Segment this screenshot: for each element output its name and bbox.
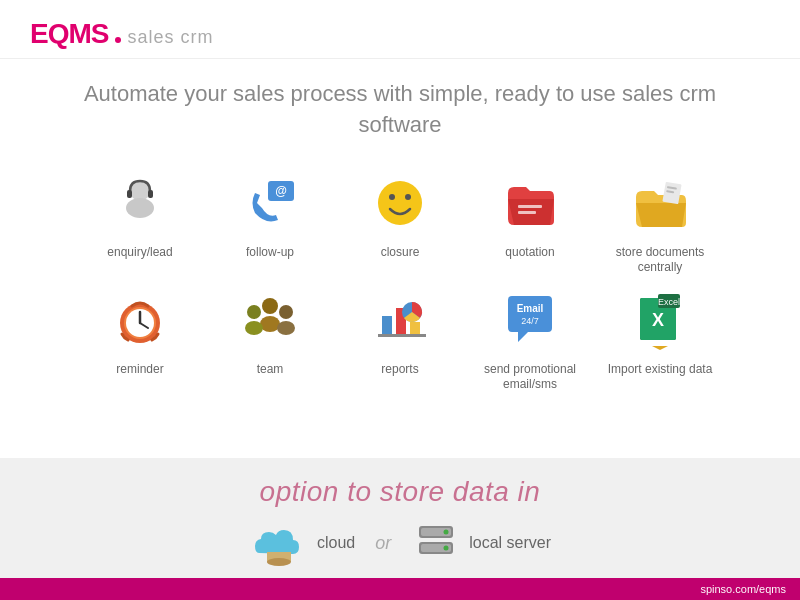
- svg-text:Excel: Excel: [658, 297, 680, 307]
- footer-storage: cloud or local server: [249, 518, 551, 568]
- svg-point-8: [405, 194, 411, 200]
- svg-point-42: [444, 530, 449, 535]
- icon-item-followup: @ follow-up: [210, 169, 330, 276]
- cloud-label: cloud: [317, 534, 355, 552]
- send-email-label: send promotional email/sms: [470, 362, 590, 393]
- server-label: local server: [469, 534, 551, 552]
- icon-row-2: reminder: [30, 286, 770, 393]
- svg-rect-25: [378, 334, 426, 337]
- team-label: team: [257, 362, 284, 378]
- url-bar: spinso.com/eqms: [0, 578, 800, 600]
- svg-rect-9: [518, 205, 542, 208]
- quotation-label: quotation: [505, 245, 554, 261]
- main-content: Automate your sales process with simple,…: [0, 59, 800, 458]
- logo: EQMS sales crm: [30, 18, 770, 50]
- tagline: Automate your sales process with simple,…: [80, 79, 720, 141]
- svg-text:X: X: [652, 310, 664, 330]
- store-documents-icon: [626, 169, 694, 237]
- storage-or: or: [375, 533, 391, 554]
- followup-icon: @: [236, 169, 304, 237]
- svg-point-24: [277, 321, 295, 335]
- svg-text:@: @: [275, 184, 287, 198]
- header: EQMS sales crm: [0, 0, 800, 59]
- svg-point-7: [389, 194, 395, 200]
- svg-point-23: [279, 305, 293, 319]
- footer-url: spinso.com/eqms: [700, 583, 786, 595]
- svg-point-20: [260, 316, 280, 332]
- reports-label: reports: [381, 362, 418, 378]
- followup-label: follow-up: [246, 245, 294, 261]
- svg-rect-3: [148, 190, 153, 198]
- store-documents-label: store documents centrally: [600, 245, 720, 276]
- svg-rect-10: [518, 211, 536, 214]
- icon-item-quotation: quotation: [470, 169, 590, 276]
- svg-rect-28: [410, 322, 420, 334]
- server-option: local server: [411, 518, 551, 568]
- icon-item-closure: closure: [340, 169, 460, 276]
- import-data-icon: X Excel: [626, 286, 694, 354]
- svg-point-6: [378, 181, 422, 225]
- reports-icon: [366, 286, 434, 354]
- svg-point-45: [444, 546, 449, 551]
- footer-tagline: option to store data in: [260, 476, 541, 508]
- logo-brand: EQMS: [30, 18, 108, 50]
- quotation-icon: [496, 169, 564, 237]
- svg-rect-2: [127, 190, 132, 198]
- reminder-label: reminder: [116, 362, 163, 378]
- icon-item-enquiry: enquiry/lead: [80, 169, 200, 276]
- page: EQMS sales crm Automate your sales proce…: [0, 0, 800, 600]
- svg-rect-26: [382, 316, 392, 334]
- import-data-label: Import existing data: [608, 362, 713, 378]
- svg-point-21: [247, 305, 261, 319]
- cloud-option: cloud: [249, 518, 355, 568]
- icon-item-store-documents: store documents centrally: [600, 169, 720, 276]
- icon-item-reports: reports: [340, 286, 460, 393]
- send-email-icon: Email 24/7: [496, 286, 564, 354]
- icon-row-1: enquiry/lead @ follow-up: [30, 169, 770, 276]
- closure-label: closure: [381, 245, 420, 261]
- icon-item-team: team: [210, 286, 330, 393]
- svg-point-19: [262, 298, 278, 314]
- icon-item-import-data: X Excel Import existing data: [600, 286, 720, 393]
- icon-item-reminder: reminder: [80, 286, 200, 393]
- logo-subtitle: sales crm: [127, 27, 213, 48]
- closure-icon: [366, 169, 434, 237]
- footer: option to store data in cloud or: [0, 458, 800, 578]
- reminder-icon: [106, 286, 174, 354]
- svg-text:Email: Email: [517, 303, 544, 314]
- icon-item-send-email: Email 24/7 send promotional email/sms: [470, 286, 590, 393]
- icon-grid: enquiry/lead @ follow-up: [30, 169, 770, 393]
- svg-text:24/7: 24/7: [521, 316, 539, 326]
- svg-point-39: [267, 558, 291, 566]
- logo-dot: [115, 37, 121, 43]
- svg-point-22: [245, 321, 263, 335]
- enquiry-label: enquiry/lead: [107, 245, 172, 261]
- enquiry-icon: [106, 169, 174, 237]
- team-icon: [236, 286, 304, 354]
- svg-point-1: [126, 198, 154, 218]
